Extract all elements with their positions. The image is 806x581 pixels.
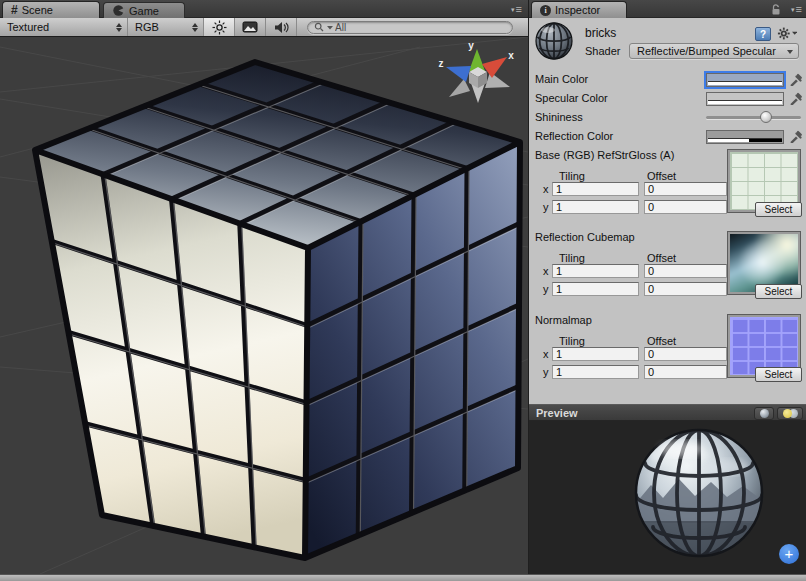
unity-editor-window: # Scene Game ▾≡ Textured RGB xyxy=(0,0,806,581)
cubemap-select-button[interactable]: Select xyxy=(755,284,802,299)
reflection-color-label: Reflection Color xyxy=(535,130,613,142)
eyedropper-icon xyxy=(789,129,802,143)
preview-shape-button[interactable] xyxy=(754,407,774,420)
scene-toolbar: Textured RGB xyxy=(0,18,528,37)
shader-value: Reflective/Bumped Specular xyxy=(637,45,776,57)
specular-color-swatch[interactable] xyxy=(706,92,784,106)
base-offset-y-input[interactable] xyxy=(644,200,727,214)
tab-scene[interactable]: # Scene xyxy=(2,1,100,18)
scene-skybox-toggle[interactable] xyxy=(235,18,266,36)
cubemap-offset-y-input[interactable] xyxy=(644,282,727,296)
gear-menu-button[interactable] xyxy=(777,26,797,41)
info-icon: i xyxy=(540,5,551,16)
material-inspector: bricks Shader Reflective/Bumped Specular… xyxy=(529,18,806,404)
base-texture-label: Base (RGB) RefStrGloss (A) xyxy=(535,149,674,161)
normalmap-texture-section: Normalmap Tiling Offset x y Select xyxy=(529,314,806,384)
lock-open-icon xyxy=(771,4,781,15)
preview-header[interactable]: Preview xyxy=(529,404,806,421)
gizmo-z-label: z xyxy=(439,58,444,69)
game-icon xyxy=(112,4,125,17)
main-color-swatch[interactable] xyxy=(706,73,784,87)
tab-game-label: Game xyxy=(129,5,159,17)
scene-search-field[interactable] xyxy=(307,21,513,34)
base-offset-x-input[interactable] xyxy=(644,182,727,196)
normalmap-tiling-x-input[interactable] xyxy=(552,347,639,361)
preview-lighting-toggle[interactable] xyxy=(777,407,803,420)
preview-title: Preview xyxy=(536,407,578,419)
speaker-icon xyxy=(274,21,289,34)
pane-lines-icon: ≡ xyxy=(516,5,522,14)
pane-lines-icon: ≡ xyxy=(796,5,802,14)
gear-icon xyxy=(777,26,791,41)
shininess-slider[interactable] xyxy=(706,116,801,119)
axis-y-label: y xyxy=(543,283,549,295)
normalmap-tiling-y-input[interactable] xyxy=(552,365,639,379)
normalmap-offset-x-input[interactable] xyxy=(644,347,727,361)
normalmap-select-button[interactable]: Select xyxy=(755,367,802,382)
window-resize-strip[interactable] xyxy=(0,574,806,581)
reflection-color-alpha-bar xyxy=(708,139,782,142)
tiling-header: Tiling xyxy=(559,170,585,182)
scene-viewport[interactable]: y x z xyxy=(0,37,528,574)
offset-header: Offset xyxy=(647,335,676,347)
preview-sphere-render xyxy=(529,421,806,574)
axis-x-label: x xyxy=(543,348,549,360)
eyedropper-icon xyxy=(789,91,802,105)
inspector-pane-menu-button[interactable]: ▾≡ xyxy=(791,5,802,14)
base-texture-section: Base (RGB) RefStrGloss (A) Tiling Offset… xyxy=(529,149,806,219)
search-filter-caret-icon xyxy=(327,25,333,30)
tab-inspector[interactable]: i Inspector xyxy=(531,1,627,18)
inspector-lock-button[interactable] xyxy=(771,4,781,17)
main-color-eyedropper[interactable] xyxy=(789,72,802,86)
specular-color-eyedropper[interactable] xyxy=(789,91,802,105)
preview-add-button[interactable]: + xyxy=(779,544,799,564)
base-tiling-y-input[interactable] xyxy=(552,200,639,214)
cubemap-offset-x-input[interactable] xyxy=(644,264,727,278)
plus-icon: + xyxy=(785,545,794,563)
axis-x-label: x xyxy=(543,183,549,195)
scene-cube[interactable] xyxy=(35,62,522,558)
scene-pane-menu-button[interactable]: ▾≡ xyxy=(511,5,522,14)
tab-game[interactable]: Game xyxy=(103,2,185,18)
base-tiling-x-input[interactable] xyxy=(552,182,639,196)
preview-area[interactable]: + xyxy=(529,421,806,574)
draw-mode-value: Textured xyxy=(7,21,110,33)
search-input[interactable] xyxy=(335,22,506,33)
tiling-header: Tiling xyxy=(559,252,585,264)
scene-tabbar: # Scene Game ▾≡ xyxy=(0,0,528,18)
scene-audio-toggle[interactable] xyxy=(266,18,297,36)
gear-caret-icon xyxy=(792,31,797,36)
reflection-color-eyedropper[interactable] xyxy=(789,129,802,143)
sphere-icon xyxy=(760,409,769,418)
reflection-color-swatch[interactable] xyxy=(706,130,784,144)
material-name: bricks xyxy=(585,26,616,40)
draw-mode-dropdown[interactable]: Textured xyxy=(0,18,128,36)
shader-label: Shader xyxy=(585,45,620,57)
axis-y-label: y xyxy=(543,201,549,213)
base-texture-select-button[interactable]: Select xyxy=(755,202,802,217)
image-icon xyxy=(242,21,258,33)
specular-color-alpha-bar xyxy=(708,101,782,104)
cubemap-label: Reflection Cubemap xyxy=(535,231,635,243)
shader-dropdown[interactable]: Reflective/Bumped Specular xyxy=(629,43,799,59)
main-color-label: Main Color xyxy=(535,73,588,85)
dropdown-caret-icon xyxy=(787,50,793,54)
shininess-slider-handle[interactable] xyxy=(760,111,772,123)
popup-arrows-icon xyxy=(116,23,122,32)
specular-color-label: Specular Color xyxy=(535,92,608,104)
eyedropper-icon xyxy=(789,72,802,86)
sun-icon xyxy=(212,20,227,35)
scene-lighting-toggle[interactable] xyxy=(204,18,235,36)
main-color-alpha-bar xyxy=(708,82,782,85)
render-channel-dropdown[interactable]: RGB xyxy=(128,18,204,36)
cubemap-tiling-x-input[interactable] xyxy=(552,264,639,278)
material-preview-thumbnail[interactable] xyxy=(534,21,574,61)
help-button[interactable]: ? xyxy=(755,27,771,41)
search-icon xyxy=(314,22,325,33)
normalmap-offset-y-input[interactable] xyxy=(644,365,727,379)
shininess-label: Shininess xyxy=(535,111,583,123)
pane-caret-icon: ▾ xyxy=(791,6,795,13)
popup-arrows-icon xyxy=(192,23,198,32)
tiling-header: Tiling xyxy=(559,335,585,347)
cubemap-tiling-y-input[interactable] xyxy=(552,282,639,296)
